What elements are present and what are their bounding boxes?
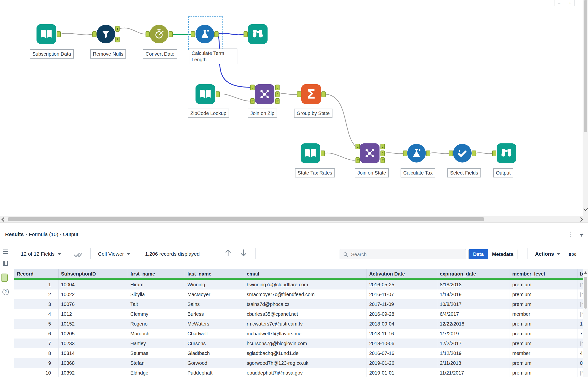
scroll-left-arrow[interactable] — [1, 217, 6, 222]
fields-dropdown[interactable]: 12 of 12 Fields — [21, 251, 61, 257]
cell[interactable]: premium — [510, 329, 577, 339]
tab-data[interactable]: Data — [469, 249, 488, 259]
tool-input-state-tax-rates[interactable] — [301, 143, 320, 163]
cell[interactable]: 10/8/2017 — [437, 299, 510, 309]
cell[interactable]: Hartley — [128, 339, 185, 348]
output-anchor-true[interactable]: T — [115, 26, 120, 32]
cell[interactable]: epuddephatt7i@nasa.gov — [244, 368, 367, 377]
column-header[interactable]: billing_zip — [577, 269, 583, 279]
cell[interactable]: Tait — [128, 299, 185, 309]
column-header[interactable]: last_name — [185, 269, 244, 279]
input-anchor[interactable] — [403, 151, 407, 156]
output-anchor-join[interactable]: J — [275, 91, 280, 97]
cell[interactable]: sgladtbachq@1und1.de — [244, 348, 367, 358]
cell[interactable]: 8 — [14, 348, 59, 358]
cell[interactable]: 5 — [14, 319, 59, 329]
cell[interactable]: Puddephatt — [185, 368, 244, 377]
cell[interactable]: 2017-11-09 — [367, 299, 437, 309]
cell[interactable]: Stefan — [128, 358, 185, 368]
tool-select-fields[interactable] — [453, 144, 472, 163]
cell[interactable]: member — [510, 309, 577, 319]
cell[interactable]: 1/12/2019 — [437, 348, 510, 358]
cell[interactable]: McWaters — [185, 319, 244, 329]
scroll-up-arrow[interactable] — [584, 271, 587, 274]
cell[interactable]: 10004 — [59, 279, 128, 289]
input-anchor[interactable] — [244, 31, 248, 37]
cell[interactable]: [Null] — [577, 309, 583, 319]
cell[interactable]: [Null] — [577, 299, 583, 309]
cell[interactable]: 2016-07-16 — [367, 348, 437, 358]
input-anchor[interactable] — [191, 31, 195, 37]
output-anchor-tag-icon[interactable] — [1, 274, 8, 282]
column-header[interactable]: email — [244, 269, 367, 279]
output-anchor[interactable] — [472, 151, 476, 156]
cell[interactable]: [Null] — [577, 279, 583, 289]
cell[interactable]: premium — [510, 299, 577, 309]
output-anchor[interactable] — [321, 91, 326, 97]
cell[interactable]: Clemmy — [128, 309, 185, 319]
cell[interactable]: [Null] — [577, 289, 583, 299]
zoom-out-button[interactable]: − — [554, 0, 564, 6]
cell[interactable]: Rogerio — [128, 319, 185, 329]
tool-summarize-group-by-state[interactable]: Σ — [301, 84, 321, 104]
cell[interactable]: 2016-09-28 — [367, 309, 437, 319]
cell[interactable]: 6/4/2017 — [437, 309, 510, 319]
search-box[interactable] — [340, 249, 466, 259]
cell[interactable]: premium — [510, 279, 577, 289]
input-anchor[interactable] — [146, 31, 150, 37]
cell[interactable]: 7 — [14, 339, 59, 348]
cell[interactable]: [Null] — [577, 368, 583, 377]
cell[interactable]: 2018-11-16 — [367, 329, 437, 339]
input-anchor[interactable] — [92, 31, 97, 37]
overflow-label[interactable]: 000 — [569, 252, 577, 257]
column-header[interactable]: Activation Date — [367, 269, 437, 279]
cell[interactable]: 11/21/2017 — [437, 368, 510, 377]
cell[interactable]: 2016-11-07 — [367, 289, 437, 299]
cell[interactable]: Cursons — [185, 339, 244, 348]
tab-metadata[interactable]: Metadata — [488, 249, 517, 259]
scrollbar-thumb[interactable] — [8, 217, 484, 221]
input-anchor-right[interactable]: R — [355, 157, 360, 163]
output-anchor-join[interactable]: J — [380, 151, 385, 156]
actions-dropdown[interactable]: Actions — [535, 251, 560, 257]
cell[interactable]: 10152 — [59, 319, 128, 329]
canvas-vertical-scrollbar[interactable] — [583, 0, 588, 216]
output-anchor-left[interactable]: L — [380, 144, 385, 149]
tool-filter-remove-nulls[interactable] — [97, 25, 115, 43]
cell[interactable]: 3 — [14, 299, 59, 309]
cell[interactable]: rmcwaters7e@ustream.tv — [244, 319, 367, 329]
scroll-right-arrow[interactable] — [578, 217, 583, 222]
layout-view-icon[interactable] — [3, 261, 8, 266]
cell[interactable]: 2016-05-25 — [367, 279, 437, 289]
records-view-icon[interactable] — [3, 249, 8, 255]
cell[interactable]: 8/18/2018 — [437, 279, 510, 289]
cell[interactable]: smacmoyer7c@friendfeed.com — [244, 289, 367, 299]
tool-formula-calculate-term-length[interactable] — [196, 25, 214, 43]
cell[interactable]: Gladtbach — [185, 348, 244, 358]
tool-join-on-zip[interactable] — [255, 84, 274, 104]
cell[interactable]: 10022 — [59, 289, 128, 299]
input-anchor[interactable] — [449, 151, 453, 156]
cell[interactable]: 07202 — [577, 358, 583, 368]
output-anchor-false[interactable]: F — [115, 37, 120, 42]
scroll-down-arrow[interactable] — [583, 206, 588, 211]
scrollbar-thumb[interactable] — [584, 0, 587, 132]
tool-join-on-state[interactable] — [360, 143, 380, 163]
input-anchor-right[interactable]: R — [250, 98, 255, 104]
output-anchor[interactable] — [216, 91, 220, 97]
workflow-canvas[interactable]: T F L R L J R — [0, 0, 583, 216]
cell[interactable]: 1 — [14, 279, 59, 289]
cell[interactable]: 2019-01-01 — [367, 368, 437, 377]
zoom-in-button[interactable]: + — [565, 0, 575, 6]
output-anchor[interactable] — [321, 151, 325, 156]
scrollbar-thumb[interactable] — [584, 277, 587, 309]
cell[interactable]: 10205 — [59, 329, 128, 339]
double-check-icon[interactable] — [74, 251, 82, 258]
cell[interactable]: 10076 — [59, 299, 128, 309]
cell[interactable]: premium — [510, 289, 577, 299]
cell[interactable]: Burless — [185, 309, 244, 319]
cell[interactable]: 10314 — [59, 348, 128, 358]
cell[interactable]: hcursons7g@bloglovin.com — [244, 339, 367, 348]
cell[interactable]: 10392 — [59, 368, 128, 377]
more-options-icon[interactable] — [570, 232, 571, 237]
